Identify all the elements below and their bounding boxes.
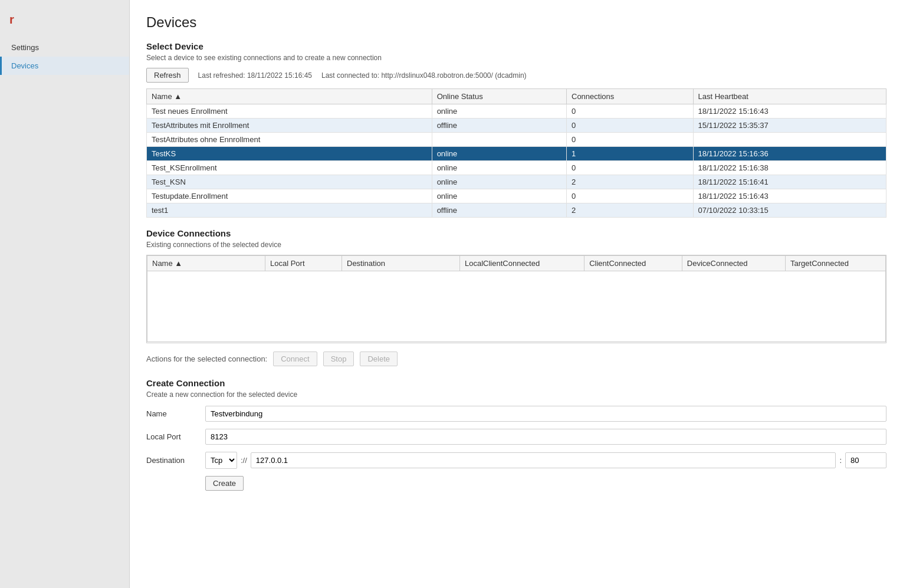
local-port-input[interactable]	[205, 429, 886, 445]
table-row[interactable]: TestKSonline118/11/2022 15:16:36	[147, 147, 886, 161]
sidebar-item-settings[interactable]: Settings	[0, 38, 129, 57]
actions-label: Actions for the selected connection:	[146, 354, 267, 363]
connection-actions-row: Actions for the selected connection: Con…	[146, 352, 886, 366]
table-row[interactable]: TestAttributes mit Enrollmentoffline015/…	[147, 119, 886, 133]
device-connections-section: Device Connections Existing connections …	[146, 228, 886, 366]
create-connection-desc: Create a new connection for the selected…	[146, 390, 886, 399]
create-connection-title: Create Connection	[146, 378, 886, 388]
protocol-select[interactable]: Tcp Udp	[205, 452, 237, 469]
devices-toolbar: Refresh Last refreshed: 18/11/2022 15:16…	[146, 68, 886, 83]
conn-col-deviceconnected[interactable]: DeviceConnected	[682, 256, 785, 271]
connect-button[interactable]: Connect	[273, 352, 317, 366]
table-row[interactable]: Testupdate.Enrollmentonline018/11/2022 1…	[147, 189, 886, 203]
name-form-row: Name	[146, 406, 886, 422]
connections-table-container: Name ▲ Local Port Destination LocalClien…	[146, 255, 886, 343]
last-connected-text: Last connected to: http://rdslinux048.ro…	[321, 71, 527, 80]
conn-col-clientconnected[interactable]: ClientConnected	[585, 256, 682, 271]
sidebar: r Settings Devices	[0, 0, 130, 588]
col-name[interactable]: Name ▲	[147, 89, 432, 104]
destination-label: Destination	[146, 456, 205, 465]
connections-table: Name ▲ Local Port Destination LocalClien…	[147, 255, 886, 342]
table-row[interactable]: TestAttributes ohne Ennrollment0	[147, 133, 886, 147]
destination-form-row: Destination Tcp Udp :// :	[146, 452, 886, 469]
conn-col-localport[interactable]: Local Port	[265, 256, 342, 271]
create-button-row: Create	[146, 476, 886, 491]
table-row[interactable]: Test_KSEnrollmentonline018/11/2022 15:16…	[147, 161, 886, 175]
devices-table: Name ▲ Online Status Connections Last He…	[146, 88, 886, 218]
local-port-form-row: Local Port	[146, 429, 886, 445]
connections-desc: Existing connections of the selected dev…	[146, 241, 886, 249]
stop-button[interactable]: Stop	[323, 352, 354, 366]
delete-button[interactable]: Delete	[360, 352, 398, 366]
col-heartbeat[interactable]: Last Heartbeat	[693, 89, 886, 104]
destination-port-input[interactable]	[845, 452, 886, 468]
col-status[interactable]: Online Status	[432, 89, 566, 104]
connections-title: Device Connections	[146, 228, 886, 238]
sidebar-item-devices[interactable]: Devices	[0, 57, 129, 75]
col-connections[interactable]: Connections	[567, 89, 694, 104]
destination-host-input[interactable]	[251, 452, 836, 468]
refresh-button[interactable]: Refresh	[146, 68, 189, 83]
main-content: Devices Select Device Select a device to…	[130, 0, 903, 588]
conn-col-targetconnected[interactable]: TargetConnected	[786, 256, 886, 271]
conn-col-destination[interactable]: Destination	[342, 256, 460, 271]
create-button[interactable]: Create	[205, 476, 244, 491]
name-input[interactable]	[205, 406, 886, 422]
name-label: Name	[146, 409, 205, 418]
destination-row: Tcp Udp :// :	[205, 452, 886, 469]
port-colon: :	[839, 456, 842, 465]
select-device-title: Select Device	[146, 41, 886, 51]
page-title: Devices	[146, 14, 886, 31]
conn-col-localclient[interactable]: LocalClientConnected	[460, 256, 585, 271]
table-row[interactable]: Test_KSNonline218/11/2022 15:16:41	[147, 175, 886, 189]
select-device-desc: Select a device to see existing connecti…	[146, 54, 886, 62]
create-connection-section: Create Connection Create a new connectio…	[146, 378, 886, 491]
conn-col-name[interactable]: Name ▲	[147, 256, 265, 271]
table-row[interactable]: Test neues Enrollmentonline018/11/2022 1…	[147, 104, 886, 119]
protocol-separator: ://	[241, 456, 247, 465]
table-row[interactable]: test1offline207/10/2022 10:33:15	[147, 203, 886, 218]
select-device-section: Select Device Select a device to see exi…	[146, 41, 886, 218]
app-logo: r	[0, 6, 129, 38]
local-port-label: Local Port	[146, 432, 205, 441]
last-refreshed-text: Last refreshed: 18/11/2022 15:16:45	[198, 71, 312, 80]
